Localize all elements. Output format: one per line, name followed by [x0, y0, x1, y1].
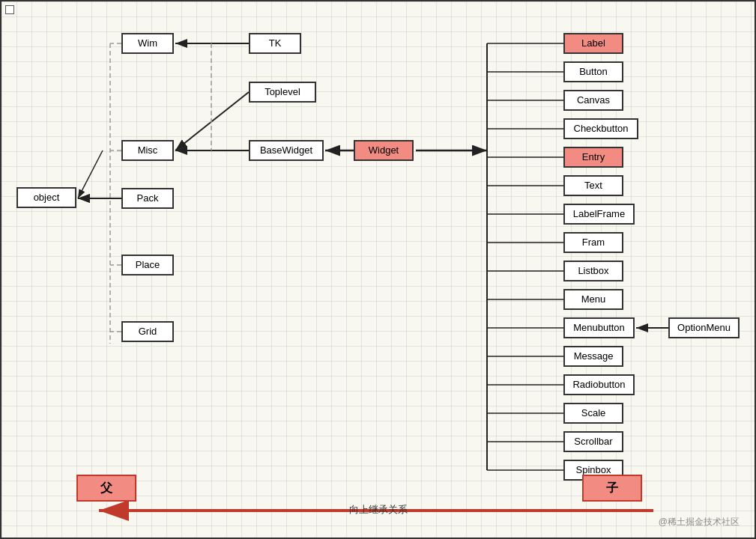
node-labelframe: LabelFrame: [563, 204, 635, 225]
node-grid: Grid: [121, 321, 174, 342]
node-fram: Fram: [563, 232, 623, 253]
canvas-area: object Wim TK Toplevel Misc Pack Place G…: [0, 0, 756, 539]
node-basewidget: BaseWidget: [249, 140, 324, 161]
node-scale: Scale: [563, 403, 623, 424]
arrow-label: 向上继承关系: [349, 503, 408, 517]
node-wim: Wim: [121, 33, 174, 54]
node-checkbutton: Checkbutton: [563, 118, 638, 139]
node-misc: Misc: [121, 140, 174, 161]
node-tk: TK: [249, 33, 301, 54]
node-listbox: Listbox: [563, 261, 623, 281]
node-toplevel: Toplevel: [249, 82, 316, 103]
node-canvas: Canvas: [563, 90, 623, 111]
node-text: Text: [563, 175, 623, 196]
node-scrollbar: Scrollbar: [563, 431, 623, 452]
node-message: Message: [563, 346, 623, 367]
node-button: Button: [563, 61, 623, 82]
grid-background: [1, 1, 755, 538]
corner-marker: [5, 5, 14, 14]
node-label: Label: [563, 33, 623, 54]
node-entry: Entry: [563, 147, 623, 168]
node-optionmenu: OptionMenu: [668, 317, 740, 338]
node-menu: Menu: [563, 289, 623, 310]
node-widget: Widget: [354, 140, 414, 161]
node-radiobutton: Radiobutton: [563, 374, 635, 395]
watermark: @稀土掘金技术社区: [659, 516, 740, 529]
node-object: object: [16, 187, 76, 208]
node-pack: Pack: [121, 188, 174, 209]
legend-left: 父: [76, 475, 136, 502]
legend-right: 子: [582, 475, 642, 502]
node-place: Place: [121, 255, 174, 275]
node-menubutton: Menubutton: [563, 317, 635, 338]
